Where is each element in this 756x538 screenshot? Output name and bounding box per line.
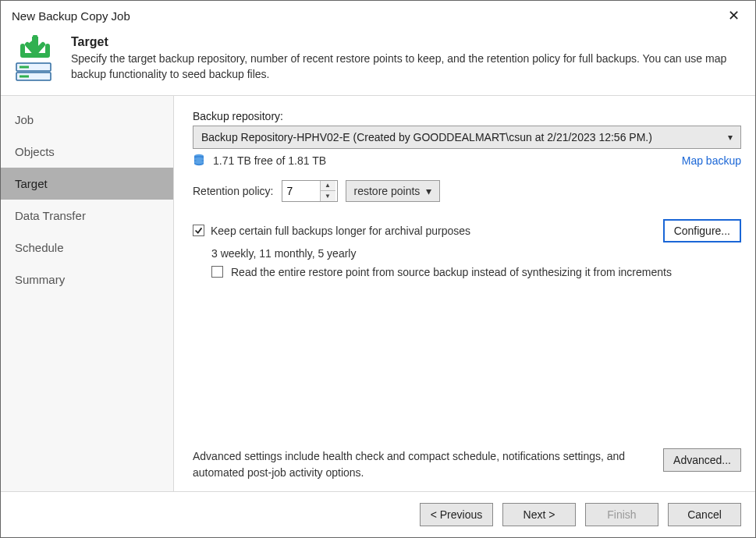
sidebar-item-objects[interactable]: Objects (1, 136, 173, 168)
page-title: Target (71, 35, 741, 49)
svg-point-8 (194, 160, 204, 163)
wizard-header-text: Target Specify the target backup reposit… (71, 35, 741, 83)
advanced-button[interactable]: Advanced... (663, 448, 741, 472)
keep-full-backups-checkbox[interactable] (193, 225, 204, 236)
wizard-header-icon (12, 35, 59, 82)
backup-repository-dropdown[interactable]: Backup Repository-HPHV02-E (Created by G… (193, 126, 741, 149)
wizard-body: Job Objects Target Data Transfer Schedul… (1, 95, 755, 492)
retention-row: Retention policy: ▲ ▼ restore points ▾ (193, 180, 741, 202)
retention-value-input[interactable] (282, 181, 320, 201)
titlebar: New Backup Copy Job ✕ (1, 1, 755, 29)
retention-unit-selected: restore points (354, 185, 421, 197)
sidebar-item-job[interactable]: Job (1, 104, 173, 136)
spinner-down-icon[interactable]: ▼ (321, 191, 335, 201)
page-description: Specify the target backup repository, nu… (71, 51, 741, 83)
read-source-row: Read the entire restore point from sourc… (211, 266, 741, 278)
previous-button[interactable]: < Previous (420, 503, 493, 526)
retention-value-spinner[interactable]: ▲ ▼ (282, 180, 338, 202)
retention-policy-label: Retention policy: (193, 185, 274, 197)
spinner-up-icon[interactable]: ▲ (321, 181, 335, 192)
close-icon[interactable]: ✕ (722, 7, 746, 24)
wizard-content: Backup repository: Backup Repository-HPH… (174, 96, 755, 491)
sidebar-item-data-transfer[interactable]: Data Transfer (1, 200, 173, 232)
wizard-steps-sidebar: Job Objects Target Data Transfer Schedul… (1, 96, 174, 491)
finish-button: Finish (585, 503, 658, 526)
free-space-text: 1.71 TB free of 1.81 TB (213, 154, 326, 167)
backup-repository-label: Backup repository: (193, 110, 741, 122)
svg-point-7 (194, 157, 204, 160)
wizard-header: Target Specify the target backup reposit… (1, 29, 755, 95)
cancel-button[interactable]: Cancel (668, 503, 741, 526)
read-entire-restore-point-checkbox[interactable] (211, 266, 223, 278)
configure-button[interactable]: Configure... (663, 219, 741, 242)
advanced-area: Advanced settings include health check a… (193, 448, 741, 480)
read-entire-restore-point-label: Read the entire restore point from sourc… (231, 266, 672, 278)
backup-repository-selected: Backup Repository-HPHV02-E (Created by G… (201, 131, 652, 143)
svg-rect-3 (20, 76, 29, 78)
dialog-new-backup-copy-job: New Backup Copy Job ✕ Target Specify the… (0, 0, 756, 538)
wizard-footer: < Previous Next > Finish Cancel (1, 492, 755, 537)
map-backup-link[interactable]: Map backup (682, 154, 741, 167)
repo-free-row: 1.71 TB free of 1.81 TB Map backup (193, 154, 741, 168)
svg-rect-1 (20, 66, 29, 69)
retention-unit-dropdown[interactable]: restore points ▾ (346, 180, 441, 202)
chevron-down-icon: ▾ (426, 185, 431, 197)
chevron-down-icon: ▾ (728, 132, 733, 143)
gfs-row: Keep certain full backups longer for arc… (193, 219, 741, 242)
next-button[interactable]: Next > (502, 503, 576, 526)
disk-stack-icon (193, 154, 205, 168)
svg-rect-5 (32, 37, 38, 49)
sidebar-item-target[interactable]: Target (1, 168, 173, 200)
advanced-description: Advanced settings include health check a… (193, 448, 630, 480)
sidebar-item-schedule[interactable]: Schedule (1, 232, 173, 264)
gfs-summary: 3 weekly, 11 monthly, 5 yearly (211, 247, 741, 260)
keep-full-backups-label: Keep certain full backups longer for arc… (211, 225, 470, 237)
sidebar-item-summary[interactable]: Summary (1, 264, 173, 296)
window-title: New Backup Copy Job (12, 9, 130, 23)
